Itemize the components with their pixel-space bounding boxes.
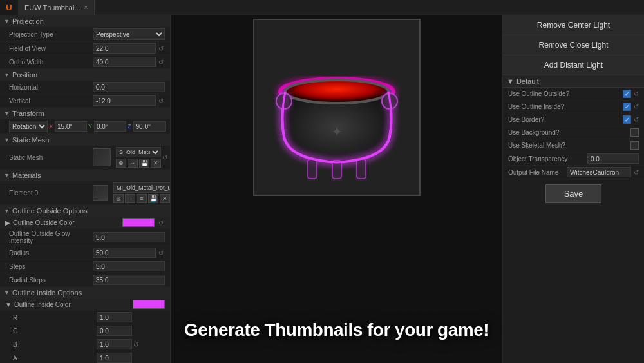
mat-list-btn[interactable]: ≡ bbox=[137, 194, 147, 203]
tab-close-button[interactable]: × bbox=[84, 4, 88, 11]
outline-outside-section-header[interactable]: ▼ Outline Outside Options bbox=[0, 205, 170, 217]
save-button[interactable]: Save bbox=[545, 184, 602, 203]
outline-inside-label: Outline Inside Options bbox=[12, 289, 82, 297]
mat-arrow-btn[interactable]: → bbox=[125, 194, 135, 203]
oo-color-swatch[interactable] bbox=[122, 218, 155, 227]
oi-b-reset[interactable]: ↺ bbox=[132, 341, 140, 348]
mesh-name-select[interactable]: S_Old_Metal_Pot_ufjdc2fa_high_Var2 bbox=[116, 147, 161, 157]
use-background-row: Use Background? bbox=[503, 126, 644, 139]
projection-type-row: Projection Type Perspective bbox=[0, 27, 170, 42]
ortho-input[interactable] bbox=[93, 57, 156, 67]
mesh-arrow-btn[interactable]: → bbox=[128, 159, 138, 168]
oo-radius-label: Radius bbox=[9, 250, 93, 257]
oi-g-input[interactable] bbox=[97, 326, 132, 336]
transform-arrow: ▼ bbox=[4, 110, 10, 117]
materials-arrow: ▼ bbox=[4, 172, 10, 179]
left-panel: ▼ Projection Projection Type Perspective… bbox=[0, 15, 171, 363]
output-file-row: Output File Name ↺ bbox=[503, 166, 644, 179]
ue-logo: U bbox=[0, 0, 18, 15]
mesh-clear-btn[interactable]: ✕ bbox=[151, 159, 161, 168]
oi-a-input[interactable] bbox=[97, 353, 132, 363]
mesh-save-btn[interactable]: 💾 bbox=[139, 159, 149, 168]
mat-clear-btn[interactable]: ✕ bbox=[160, 194, 170, 203]
oo-radius-input[interactable] bbox=[93, 248, 156, 258]
vertical-reset[interactable]: ↺ bbox=[157, 97, 165, 104]
main-layout: ▼ Projection Projection Type Perspective… bbox=[0, 15, 644, 363]
right-panel: Remove Center Light Remove Close Light A… bbox=[502, 15, 644, 363]
horizontal-label: Horizontal bbox=[9, 84, 93, 91]
mesh-browse-btn[interactable]: ⊕ bbox=[116, 159, 126, 168]
use-outline-outside-checkbox[interactable]: ✓ bbox=[623, 90, 631, 98]
outline-outside-color-header[interactable]: ▶ Outline Outside Color ↺ bbox=[0, 217, 170, 229]
oo-radial-input[interactable] bbox=[93, 275, 165, 285]
light-buttons: Remove Center Light Remove Close Light A… bbox=[503, 15, 644, 75]
projection-type-select[interactable]: Perspective bbox=[93, 28, 165, 40]
use-outline-inside-checkbox[interactable]: ✓ bbox=[623, 103, 631, 111]
transform-row: Rotation X Y Z bbox=[0, 119, 170, 134]
mesh-reset[interactable]: ↺ bbox=[161, 154, 169, 161]
add-distant-light-button[interactable]: Add Distant Light bbox=[503, 55, 644, 75]
mat-save-btn[interactable]: 💾 bbox=[148, 194, 158, 203]
object-transparency-input[interactable] bbox=[587, 153, 639, 164]
static-mesh-label: Static Mesh bbox=[9, 154, 93, 161]
use-skeletal-checkbox[interactable] bbox=[630, 141, 639, 150]
materials-section-header[interactable]: ▼ Materials bbox=[0, 170, 170, 181]
projection-type-label: Projection Type bbox=[9, 31, 93, 38]
oo-glow-input[interactable] bbox=[93, 232, 165, 242]
oo-color-reset[interactable]: ↺ bbox=[157, 219, 165, 226]
vertical-input[interactable] bbox=[93, 95, 156, 106]
ortho-reset[interactable]: ↺ bbox=[157, 59, 165, 66]
projection-arrow: ▼ bbox=[4, 18, 10, 25]
transform-section-header[interactable]: ▼ Transform bbox=[0, 108, 170, 119]
oi-b-input[interactable] bbox=[97, 339, 132, 349]
output-file-reset[interactable]: ↺ bbox=[634, 169, 639, 176]
remove-center-light-button[interactable]: Remove Center Light bbox=[503, 15, 644, 35]
oi-r-input[interactable] bbox=[97, 312, 132, 322]
static-mesh-section-header[interactable]: ▼ Static Mesh bbox=[0, 134, 170, 146]
static-mesh-arrow: ▼ bbox=[4, 137, 10, 143]
outline-inside-color-header[interactable]: ▼ Outline Inside Color bbox=[0, 299, 170, 311]
transform-z-input[interactable] bbox=[133, 121, 166, 132]
materials-label: Materials bbox=[12, 172, 41, 179]
mat-browse-btn[interactable]: ⊕ bbox=[113, 194, 124, 203]
use-border-reset[interactable]: ↺ bbox=[634, 116, 639, 123]
projection-section-header[interactable]: ▼ Projection bbox=[0, 15, 170, 27]
transform-mode-select[interactable]: Rotation bbox=[9, 121, 48, 132]
default-section-header[interactable]: ▼ Default bbox=[503, 75, 644, 88]
use-outline-outside-reset[interactable]: ↺ bbox=[634, 90, 639, 97]
oi-color-swatch[interactable] bbox=[133, 300, 165, 309]
outline-inside-section-header[interactable]: ▼ Outline Inside Options bbox=[0, 287, 170, 299]
transform-x-input[interactable] bbox=[55, 121, 87, 132]
position-section-header[interactable]: ▼ Position bbox=[0, 69, 170, 81]
center-area: ✦ Generate Thumbnails for your game! bbox=[171, 15, 502, 363]
element-label: Element 0 bbox=[9, 190, 93, 197]
fov-input[interactable] bbox=[93, 43, 156, 54]
oo-color-arrow: ▶ bbox=[5, 219, 10, 226]
use-border-checkbox[interactable]: ✓ bbox=[623, 115, 631, 124]
use-background-checkbox[interactable] bbox=[630, 128, 639, 137]
object-transparency-row: Object Transparency bbox=[503, 152, 644, 166]
tab-item[interactable]: EUW Thumbnai... × bbox=[18, 0, 95, 15]
fov-reset[interactable]: ↺ bbox=[157, 45, 165, 52]
oi-g-label: G bbox=[13, 328, 97, 335]
outline-outside-arrow: ▼ bbox=[4, 208, 10, 214]
z-label: Z bbox=[128, 123, 131, 130]
material-name-select[interactable]: MI_Old_Metal_Pot_ufjdc2fa_8K bbox=[113, 182, 171, 193]
oo-steps-input[interactable] bbox=[93, 261, 165, 271]
fov-label: Field of View bbox=[9, 45, 93, 52]
use-outline-inside-row: Use Outline Inside? ✓ ↺ bbox=[503, 101, 644, 113]
use-outline-outside-label: Use Outline Outside? bbox=[508, 90, 623, 97]
transform-y-input[interactable] bbox=[94, 121, 126, 132]
remove-close-light-button[interactable]: Remove Close Light bbox=[503, 35, 644, 55]
material-thumbnail bbox=[93, 185, 108, 201]
use-skeletal-row: Use Skeletal Mesh? bbox=[503, 139, 644, 152]
use-outline-inside-label: Use Outline Inside? bbox=[508, 103, 623, 110]
horizontal-input[interactable] bbox=[93, 82, 165, 92]
use-outline-inside-reset[interactable]: ↺ bbox=[634, 103, 639, 110]
oi-color-arrow: ▼ bbox=[5, 301, 12, 308]
oo-radius-reset[interactable]: ↺ bbox=[157, 250, 165, 257]
projection-label: Projection bbox=[12, 17, 44, 25]
output-file-label: Output File Name bbox=[508, 169, 567, 176]
output-file-input[interactable] bbox=[567, 167, 631, 177]
thumbnail-preview: ✦ bbox=[253, 19, 421, 196]
